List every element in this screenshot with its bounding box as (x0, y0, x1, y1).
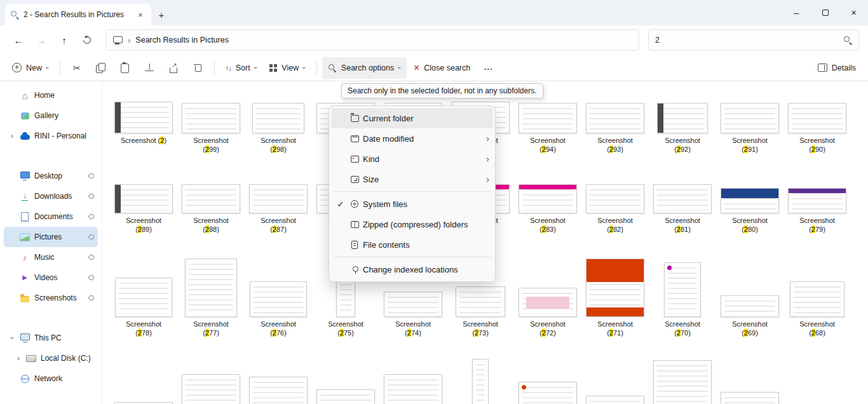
file-item-screenshot-288[interactable]: Screenshot (288) (177, 177, 245, 257)
menu-item-file-contents[interactable]: File contents (331, 234, 493, 255)
file-item-screenshot-267[interactable]: Screenshot (267) (110, 357, 177, 404)
copy-button[interactable] (90, 57, 112, 79)
close-button[interactable]: × (839, 0, 868, 25)
expand-chevron-icon[interactable]: › (15, 354, 22, 363)
file-item-screenshot-259[interactable]: Screenshot (259) (649, 357, 716, 404)
menu-item-date-modified[interactable]: Date modified › (331, 128, 493, 149)
zipped-folders-icon (346, 221, 363, 228)
search-options-button[interactable]: Search options › (322, 57, 407, 79)
file-item-screenshot-257[interactable]: Screenshot (257) (783, 357, 851, 404)
file-item-screenshot-261[interactable]: Screenshot (261) (514, 357, 581, 404)
search-options-menu: Current folder Date modified › Kind › Si… (329, 105, 496, 282)
breadcrumb[interactable]: Search Results in Pictures (135, 36, 229, 44)
file-item-screenshot-281[interactable]: Screenshot (281) (649, 177, 716, 257)
rename-button[interactable] (138, 57, 161, 79)
file-item-screenshot-280[interactable]: Screenshot (280) (716, 177, 783, 257)
menu-item-kind[interactable]: Kind › (331, 149, 493, 169)
file-item-screenshot-268[interactable]: Screenshot (268) (783, 257, 851, 357)
file-item-screenshot-298[interactable]: Screenshot (298) (245, 97, 312, 177)
file-item-screenshot-294[interactable]: Screenshot (294) (514, 97, 581, 177)
file-item-screenshot-283[interactable]: Screenshot (283) (514, 177, 581, 257)
sidebar-item-gallery[interactable]: Gallery (4, 105, 98, 126)
file-item-screenshot-260[interactable]: Screenshot (260) (581, 357, 649, 404)
sidebar-item-this-pc[interactable]: › This PC (4, 328, 98, 348)
sidebar-item-downloads[interactable]: Downloads (4, 186, 98, 206)
file-item-screenshot-269[interactable]: Screenshot (269) (716, 257, 783, 357)
file-item-screenshot-278[interactable]: Screenshot (278) (110, 257, 177, 357)
file-item-screenshot-292[interactable]: Screenshot (292) (649, 97, 716, 177)
up-button[interactable]: ↑ (55, 30, 74, 50)
expand-chevron-icon[interactable]: › (8, 335, 17, 341)
view-button[interactable]: View › (264, 57, 311, 79)
file-name: Screenshot (283) (523, 216, 573, 234)
search-input[interactable] (655, 36, 838, 44)
file-item-screenshot-277[interactable]: Screenshot (277) (177, 257, 245, 357)
details-pane-button[interactable]: Details (812, 57, 862, 79)
file-thumbnail (316, 389, 375, 404)
file-name: Screenshot (274) (388, 320, 438, 337)
sidebar-item-label: Network (34, 374, 98, 383)
file-item-screenshot-265[interactable]: Screenshot (265) (245, 357, 312, 404)
sidebar-item-pictures[interactable]: Pictures (4, 227, 98, 247)
back-button[interactable]: ← (9, 30, 28, 50)
file-item-screenshot-289[interactable]: Screenshot (289) (110, 177, 177, 257)
new-button[interactable]: New › (6, 57, 55, 79)
file-item-screenshot-263[interactable]: Screenshot (263) (379, 357, 447, 404)
sidebar-item-local-disk-c[interactable]: › Local Disk (C:) (4, 348, 98, 368)
file-item-screenshot-270[interactable]: Screenshot (270) (649, 257, 716, 357)
forward-button[interactable]: → (32, 30, 51, 50)
share-button[interactable] (162, 57, 185, 79)
file-item-screenshot-258[interactable]: Screenshot (258) (716, 357, 783, 404)
sidebar-item-documents[interactable]: Documents (4, 206, 98, 227)
maximize-button[interactable] (811, 0, 839, 25)
file-item-screenshot-272[interactable]: Screenshot (272) (514, 257, 581, 357)
sort-label: Sort (236, 64, 250, 72)
sidebar-item-screenshots[interactable]: Screenshots (4, 288, 98, 308)
paste-button[interactable] (114, 57, 137, 79)
minimize-button[interactable]: – (782, 0, 811, 25)
search-box[interactable] (648, 29, 859, 51)
thumbnail-wrap (586, 257, 644, 317)
sidebar-item-rini-personal[interactable]: › RINI - Personal (4, 126, 98, 146)
file-item-screenshot-2[interactable]: Screenshot (2) (110, 97, 177, 177)
file-item-screenshot-264[interactable]: Screenshot (264) (312, 357, 379, 404)
more-options-button[interactable] (477, 57, 500, 79)
close-tab-icon[interactable]: × (135, 9, 146, 20)
close-search-button[interactable]: Close search (408, 57, 476, 79)
file-item-screenshot-293[interactable]: Screenshot (293) (581, 97, 649, 177)
new-tab-button[interactable]: + (151, 4, 172, 25)
sidebar-item-desktop[interactable]: Desktop (4, 166, 98, 186)
search-match-highlight: 2 (744, 145, 748, 153)
breadcrumb-chevron-icon[interactable]: › (128, 36, 130, 45)
file-item-screenshot-266[interactable]: Screenshot (266) (177, 357, 245, 404)
cut-button[interactable] (65, 57, 88, 79)
address-bar[interactable]: › Search Results in Pictures (105, 29, 639, 51)
sidebar-item-music[interactable]: Music (4, 247, 98, 267)
sort-button[interactable]: Sort › (220, 57, 263, 79)
file-item-screenshot-279[interactable]: Screenshot (279) (783, 177, 851, 257)
menu-item-change-indexed-locations[interactable]: Change indexed locations (331, 259, 493, 279)
file-item-screenshot-276[interactable]: Screenshot (276) (245, 257, 312, 357)
menu-item-size[interactable]: Size › (331, 169, 493, 189)
menu-item-zipped-compressed-folders[interactable]: Zipped (compressed) folders (331, 214, 493, 234)
explorer-tab[interactable]: 2 - Search Results in Pictures × (5, 4, 151, 25)
sidebar-item-network[interactable]: Network (4, 368, 98, 389)
sidebar-item-home[interactable]: Home (4, 85, 98, 105)
search-icon[interactable] (843, 36, 852, 44)
file-item-screenshot-299[interactable]: Screenshot (299) (177, 97, 245, 177)
delete-button[interactable] (186, 57, 209, 79)
file-item-screenshot-271[interactable]: Screenshot (271) (581, 257, 649, 357)
file-item-screenshot-262[interactable]: Screenshot (262) (447, 357, 514, 404)
menu-item-current-folder[interactable]: Current folder (331, 108, 493, 128)
file-thumbnail (250, 281, 307, 317)
file-item-screenshot-291[interactable]: Screenshot (291) (716, 97, 783, 177)
sidebar-item-videos[interactable]: Videos (4, 267, 98, 288)
refresh-button[interactable] (78, 30, 97, 50)
menu-item-system-files[interactable]: ✓ System files (331, 194, 493, 214)
thumbnail-wrap (316, 357, 375, 404)
file-item-screenshot-282[interactable]: Screenshot (282) (581, 177, 649, 257)
file-item-screenshot-290[interactable]: Screenshot (290) (783, 97, 851, 177)
file-name: Screenshot (282) (590, 216, 640, 234)
file-item-screenshot-287[interactable]: Screenshot (287) (245, 177, 312, 257)
expand-chevron-icon[interactable]: › (9, 131, 15, 140)
